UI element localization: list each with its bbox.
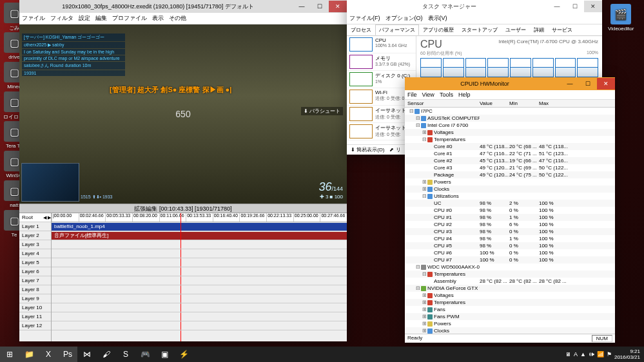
taskbar-button[interactable]: 📁	[19, 347, 39, 362]
tab[interactable]: サービス	[548, 24, 576, 35]
sensor-row[interactable]: Core #349 °C (120...21 °C (69 ...50 °C (…	[405, 164, 615, 171]
column-header[interactable]: Min	[509, 100, 539, 106]
tray-icon[interactable]: A	[574, 351, 578, 357]
track-row[interactable]	[52, 249, 347, 258]
layer-label[interactable]: Layer 3	[19, 240, 51, 249]
track-row[interactable]	[52, 303, 347, 312]
column-header[interactable]: Sensor	[405, 100, 480, 106]
menu-item[interactable]: その他	[169, 14, 186, 23]
tab[interactable]: ユーザー	[502, 24, 530, 35]
tab[interactable]: アプリの履歴	[419, 24, 458, 35]
resmon-button[interactable]: ⬈ リ	[389, 146, 400, 153]
menu-item[interactable]: 編集	[95, 14, 107, 23]
layer-label[interactable]: Layer 9	[19, 294, 51, 303]
sensor-row[interactable]: CPU #098 %0 %100 %	[405, 207, 615, 214]
menu-item[interactable]: フィルタ	[50, 14, 73, 23]
tab[interactable]: スタートアップ	[458, 24, 502, 35]
taskbar-button[interactable]: X	[39, 347, 58, 362]
sensor-row[interactable]: CPU #598 %0 %100 %	[405, 242, 615, 249]
tray-icon[interactable]: 🖥	[565, 351, 571, 357]
taskbar-button[interactable]: ⊞	[0, 347, 19, 362]
taskbar-button[interactable]: 🖌	[97, 347, 116, 362]
menu-item[interactable]: 表示(V)	[428, 14, 447, 23]
taskbar-button[interactable]: Ps	[58, 347, 77, 362]
track-row[interactable]	[52, 285, 347, 294]
menu-item[interactable]: オプション(O)	[385, 14, 423, 23]
sensor-row[interactable]: Package49 °C (120...24 °C (75 ...50 °C (…	[405, 171, 615, 178]
tab[interactable]: プロセス	[347, 24, 375, 35]
sensor-row[interactable]: ⊞Clocks	[405, 186, 615, 193]
sensor-row[interactable]: CPU #198 %1 %100 %	[405, 214, 615, 221]
minimize-button[interactable]: —	[293, 1, 311, 12]
sensor-row[interactable]: Core #245 °C (113...19 °C (66 ...47 °C (…	[405, 157, 615, 164]
audio-clip[interactable]: 音声ファイル[標準再生]	[52, 232, 347, 240]
menu-item[interactable]: プロファイル	[112, 14, 147, 23]
menu-item[interactable]: ファイル	[22, 14, 45, 23]
track-row[interactable]	[52, 294, 347, 303]
close-button[interactable]: ✕	[584, 1, 602, 12]
sensor-row[interactable]: UC98 %2 %100 %	[405, 200, 615, 207]
minimize-button[interactable]: —	[561, 78, 579, 90]
layer-label[interactable]: Layer 10	[19, 303, 51, 312]
track-row[interactable]	[52, 267, 347, 276]
layer-label[interactable]: Layer 1	[19, 222, 51, 231]
layer-label[interactable]: Layer 5	[19, 258, 51, 267]
root-label[interactable]: Root◀ ▶	[19, 213, 51, 222]
sensor-row[interactable]: ⊟Utilizations	[405, 193, 615, 200]
sensor-row[interactable]: CPU #6100 %0 %100 %	[405, 249, 615, 256]
clock[interactable]: 9:21 2016/03/21	[614, 348, 640, 360]
sensor-row[interactable]: ⊞Temperatures	[405, 299, 615, 306]
sensor-row[interactable]: ⊟Intel Core i7 6700	[405, 122, 615, 129]
layer-label[interactable]: Layer 11	[19, 312, 51, 321]
sensor-row[interactable]: ⊟WDC WD5000AAKX-00ER...	[405, 263, 615, 271]
menu-item[interactable]: Help	[458, 91, 471, 98]
metric-row[interactable]: メモリ3.3/7.9 GB (42%)	[347, 53, 416, 71]
layer-label[interactable]: Layer 2	[19, 231, 51, 240]
sensor-row[interactable]: ⊞Voltages	[405, 129, 615, 136]
editor-titlebar[interactable]: 1920x1080_30fps_48000Hz.exedit (1920,108…	[19, 0, 347, 13]
menu-item[interactable]: File	[407, 91, 417, 98]
hwmon-titlebar[interactable]: CPUID HWMonitor — ☐ ✕	[405, 77, 615, 90]
layer-label[interactable]: Layer 12	[19, 321, 51, 330]
sensor-row[interactable]: CPU #298 %6 %100 %	[405, 221, 615, 228]
minimize-button[interactable]: —	[548, 1, 566, 12]
maximize-button[interactable]: ☐	[579, 78, 597, 90]
menu-item[interactable]: Tools	[440, 91, 453, 98]
time-ruler[interactable]: |00:00.0000:02:46.6600:05:33.3300:08:20.…	[52, 213, 347, 222]
close-button[interactable]: ✕	[597, 78, 615, 90]
track-row[interactable]	[52, 240, 347, 249]
menu-item[interactable]: 設定	[79, 14, 90, 23]
tray-icon[interactable]: ▲	[580, 351, 586, 357]
sensor-row[interactable]: ⊟Temperatures	[405, 271, 615, 278]
desktop-icon-videoeditor[interactable]: 🎬 Videoeditor	[608, 4, 634, 32]
sensor-row[interactable]: ⊟ASUSTeK COMPUTER INC. ...	[405, 115, 615, 122]
taskbar-button[interactable]: ▣	[155, 347, 174, 362]
tray-icon[interactable]: 🕪	[589, 351, 594, 357]
sensor-row[interactable]: ⊟NVIDIA GeForce GTX 970	[405, 285, 615, 292]
sensor-row[interactable]: Core #147 °C (116...22 °C (71 ...51 °C (…	[405, 150, 615, 157]
hwmon-tree[interactable]: ⊟I7PC⊟ASUSTeK COMPUTER INC. ...⊟Intel Co…	[405, 108, 615, 334]
sensor-row[interactable]: Assembly28 °C (82 ...28 °C (82 ...28 °C …	[405, 278, 615, 285]
close-button[interactable]: ✕	[329, 1, 347, 12]
sensor-row[interactable]: Core #048 °C (118...20 °C (68 ...48 °C (…	[405, 143, 615, 150]
track-row[interactable]	[52, 321, 347, 330]
tracks[interactable]: |00:00.0000:02:46.6600:05:33.3300:08:20.…	[52, 213, 347, 341]
maximize-button[interactable]: ☐	[566, 1, 584, 12]
sensor-row[interactable]: ⊞Voltages	[405, 292, 615, 299]
sensor-row[interactable]: CPU #498 %1 %100 %	[405, 235, 615, 242]
tab[interactable]: 詳細	[530, 24, 548, 35]
track-row[interactable]	[52, 312, 347, 321]
tab[interactable]: パフォーマンス	[375, 24, 419, 35]
video-clip[interactable]: battlefild_noob_1.mp4	[52, 223, 347, 231]
menu-item[interactable]: 表示	[152, 14, 164, 23]
video-preview[interactable]: [サーバー] KOSHI_Yaman ゴーゴーゴーotherx2025 ▶ sa…	[19, 24, 347, 204]
taskbar-button[interactable]: 🎮	[135, 347, 155, 362]
simple-view-button[interactable]: ⬇ 簡易表示(D)	[351, 146, 384, 153]
taskbar-button[interactable]: ⋈	[77, 347, 97, 362]
taskmgr-titlebar[interactable]: タスク マネージャー — ☐ ✕	[347, 0, 602, 13]
layer-label[interactable]: Layer 8	[19, 285, 51, 294]
layer-label[interactable]: Layer 4	[19, 249, 51, 258]
track-row[interactable]	[52, 276, 347, 285]
tray-icon[interactable]: 📶	[597, 351, 604, 357]
sensor-row[interactable]: ⊞Fans PWM	[405, 313, 615, 320]
